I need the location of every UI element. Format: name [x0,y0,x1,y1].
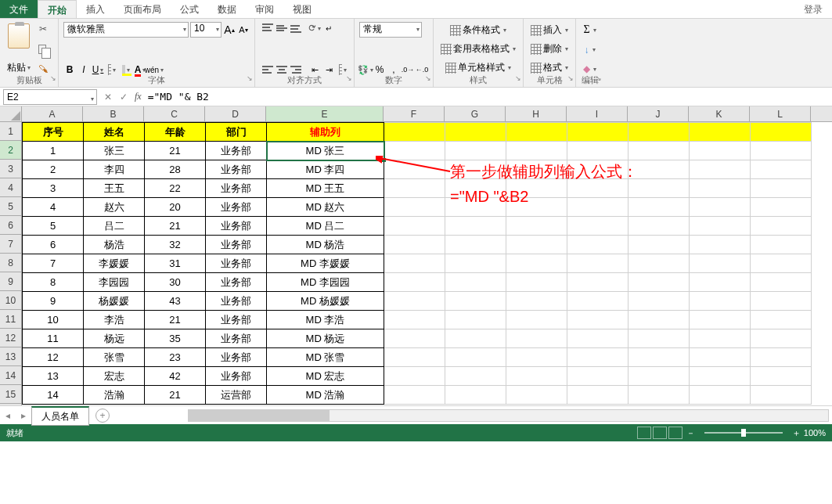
empty-cell[interactable] [506,348,567,367]
empty-cell[interactable] [506,123,567,142]
data-cell[interactable]: MD 张三 [267,142,384,160]
orientation-button[interactable]: ⟳▾ [308,22,321,34]
empty-cell[interactable] [384,367,445,386]
data-cell[interactable]: 11 [23,329,84,348]
formula-input[interactable] [145,89,832,105]
empty-cell[interactable] [384,123,445,142]
row-header-13[interactable]: 13 [0,347,21,366]
empty-cell[interactable] [629,348,690,367]
data-cell[interactable]: MD 李媛媛 [267,254,384,273]
empty-cell[interactable] [629,311,690,329]
fill-button[interactable]: ↓▾ [581,43,599,57]
column-header-K[interactable]: K [689,106,750,121]
data-cell[interactable]: 4 [23,198,84,217]
format-cells-button[interactable]: 格式▾ [528,59,571,76]
empty-cell[interactable] [384,292,445,311]
empty-cell[interactable] [751,254,812,273]
empty-cell[interactable] [506,236,567,254]
empty-cell[interactable] [384,386,445,405]
column-header-C[interactable]: C [144,106,205,121]
empty-cell[interactable] [690,273,751,292]
accept-formula-button[interactable]: ✓ [116,92,131,103]
data-cell[interactable]: 43 [145,292,206,311]
empty-cell[interactable] [445,142,506,160]
empty-cell[interactable] [506,292,567,311]
tab-data[interactable]: 数据 [208,0,246,18]
cancel-formula-button[interactable]: ✕ [100,92,116,103]
empty-cell[interactable] [629,236,690,254]
data-cell[interactable]: 12 [23,348,84,367]
empty-cell[interactable] [445,254,506,273]
empty-cell[interactable] [751,160,812,179]
column-header-B[interactable]: B [83,106,144,121]
empty-cell[interactable] [690,348,751,367]
data-cell[interactable]: 5 [23,217,84,236]
empty-cell[interactable] [567,273,629,292]
align-bottom-button[interactable] [288,22,301,34]
empty-cell[interactable] [629,254,690,273]
data-cell[interactable]: MD 赵六 [267,198,384,217]
data-cell[interactable]: 杨浩 [84,236,145,254]
row-header-15[interactable]: 15 [0,385,21,404]
empty-cell[interactable] [567,367,629,386]
empty-cell[interactable] [690,198,751,217]
font-name-select[interactable]: 微软雅黑▾ [63,22,189,38]
empty-cell[interactable] [445,348,506,367]
empty-cell[interactable] [629,123,690,142]
empty-cell[interactable] [506,273,567,292]
data-cell[interactable]: 业务部 [206,160,267,179]
empty-cell[interactable] [506,142,567,160]
empty-cell[interactable] [506,367,567,386]
empty-cell[interactable] [384,254,445,273]
empty-cell[interactable] [629,386,690,405]
data-cell[interactable]: 业务部 [206,236,267,254]
header-cell[interactable]: 序号 [23,123,84,142]
empty-cell[interactable] [506,329,567,348]
empty-cell[interactable] [445,217,506,236]
data-cell[interactable]: 业务部 [206,217,267,236]
empty-cell[interactable] [751,386,812,405]
data-cell[interactable]: MD 杨浩 [267,236,384,254]
header-cell[interactable]: 部门 [206,123,267,142]
data-cell[interactable]: 李浩 [84,311,145,329]
empty-cell[interactable] [445,236,506,254]
column-header-E[interactable]: E [266,106,384,121]
data-cell[interactable]: 6 [23,236,84,254]
tab-layout[interactable]: 页面布局 [114,0,171,18]
empty-cell[interactable] [751,292,812,311]
column-header-F[interactable]: F [384,106,445,121]
data-cell[interactable]: MD 杨媛媛 [267,292,384,311]
sheet-nav-prev[interactable]: ◂ [0,410,16,421]
empty-cell[interactable] [751,348,812,367]
align-middle-button[interactable] [274,22,286,34]
column-header-D[interactable]: D [205,106,266,121]
view-pagebreak-button[interactable] [668,427,683,439]
insert-cells-button[interactable]: 插入▾ [528,22,571,38]
empty-cell[interactable] [384,348,445,367]
data-cell[interactable]: 7 [23,254,84,273]
tab-review[interactable]: 审阅 [246,0,283,18]
data-cell[interactable]: MD 李园园 [267,273,384,292]
empty-cell[interactable] [384,142,445,160]
name-box[interactable]: E2▾ [3,89,97,105]
data-cell[interactable]: 业务部 [206,348,267,367]
data-cell[interactable]: 业务部 [206,367,267,386]
data-cell[interactable]: 9 [23,292,84,311]
empty-cell[interactable] [690,329,751,348]
empty-cell[interactable] [690,386,751,405]
empty-cell[interactable] [567,386,629,405]
empty-cell[interactable] [506,254,567,273]
header-cell[interactable]: 辅助列 [267,123,384,142]
data-cell[interactable]: 杨远 [84,329,145,348]
empty-cell[interactable] [567,217,629,236]
data-cell[interactable]: 业务部 [206,329,267,348]
copy-button[interactable]: ▾ [36,43,53,56]
data-cell[interactable]: 30 [145,273,206,292]
empty-cell[interactable] [567,123,629,142]
data-cell[interactable]: 业务部 [206,142,267,160]
increase-font-button[interactable]: A▴ [223,23,236,36]
tab-insert[interactable]: 插入 [77,0,114,18]
data-cell[interactable]: 23 [145,348,206,367]
fx-icon[interactable]: fx [135,91,142,103]
empty-cell[interactable] [751,329,812,348]
